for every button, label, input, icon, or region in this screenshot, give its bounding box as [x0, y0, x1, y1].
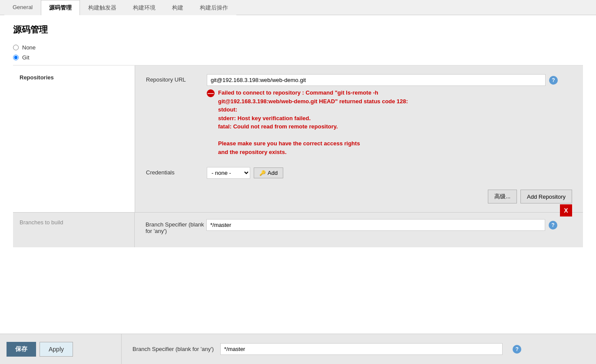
none-label: None — [22, 44, 36, 51]
tab-build[interactable]: 构建 — [164, 0, 192, 15]
bottom-bar-right: Branch Specifier (blank for 'any') ? — [122, 334, 596, 364]
advanced-button[interactable]: 高级... — [488, 190, 517, 203]
key-icon: 🔑 — [259, 170, 266, 176]
repo-url-label: Repository URL — [146, 74, 207, 83]
add-credentials-button[interactable]: 🔑 Add — [254, 167, 283, 178]
repositories-sidebar: Repositories — [13, 66, 135, 212]
repositories-sidebar-label: Repositories — [20, 74, 54, 81]
credentials-row: Credentials - none - 🔑 Add — [146, 167, 572, 179]
repo-actions: 高级... Add Repository — [146, 185, 572, 203]
add-credentials-label: Add — [268, 170, 278, 176]
credentials-label: Credentials — [146, 167, 207, 176]
bottom-bar-left: 保存 Apply — [0, 334, 122, 364]
x-button[interactable]: X — [560, 204, 572, 216]
repositories-main: Repository URL ? — Failed to connect to … — [135, 66, 583, 212]
tab-post[interactable]: 构建后操作 — [192, 0, 236, 15]
bottom-bar: 保存 Apply Branch Specifier (blank for 'an… — [0, 334, 596, 364]
branches-main: X Branch Specifier (blank for 'any') ? — [135, 213, 583, 247]
save-button[interactable]: 保存 — [7, 342, 36, 357]
tab-scm[interactable]: 源码管理 — [41, 0, 80, 15]
branch-specifier-help-icon[interactable]: ? — [549, 221, 557, 230]
branch-specifier-control: ? — [206, 219, 572, 231]
branches-section: Branches to build X Branch Specifier (bl… — [13, 212, 583, 247]
add-repository-button[interactable]: Add Repository — [520, 190, 572, 203]
tab-env[interactable]: 构建环境 — [125, 0, 164, 15]
none-option[interactable]: None — [13, 44, 583, 51]
tab-bar: General 源码管理 构建触发器 构建环境 构建 构建后操作 — [0, 0, 596, 15]
none-radio[interactable] — [13, 45, 19, 50]
scm-radio-group: None Git — [13, 44, 583, 61]
tab-general[interactable]: General — [4, 0, 41, 15]
branch-specifier-bottom-input[interactable] — [220, 343, 503, 355]
page-title: 源码管理 — [13, 24, 583, 36]
repo-url-help-icon[interactable]: ? — [549, 76, 558, 85]
error-container: — Failed to connect to repository : Comm… — [207, 89, 572, 156]
repo-url-row: Repository URL ? — Failed to connect to … — [146, 74, 572, 161]
page-content: 源码管理 None Git Repositories Repository UR… — [0, 15, 596, 364]
branch-specifier-input[interactable] — [206, 219, 545, 231]
branch-specifier-label: Branch Specifier (blank for 'any') — [146, 219, 206, 234]
tab-triggers[interactable]: 构建触发器 — [80, 0, 125, 15]
git-option[interactable]: Git — [13, 54, 583, 61]
repo-url-input[interactable] — [207, 74, 546, 86]
error-icon: — — [207, 89, 215, 97]
branch-specifier-row: Branch Specifier (blank for 'any') ? — [146, 219, 572, 234]
git-label: Git — [22, 54, 30, 61]
branch-specifier-bottom-help-icon[interactable]: ? — [513, 345, 521, 354]
branches-sidebar-title: Branches to build — [20, 219, 128, 226]
branches-wrapper: Branches to build X Branch Specifier (bl… — [13, 212, 583, 247]
credentials-select[interactable]: - none - — [207, 167, 250, 179]
branch-specifier-bottom-label: Branch Specifier (blank for 'any') — [132, 346, 214, 352]
branches-sidebar: Branches to build — [13, 213, 135, 247]
repo-url-control: ? — Failed to connect to repository : Co… — [207, 74, 572, 161]
apply-button[interactable]: Apply — [40, 342, 73, 357]
git-radio[interactable] — [13, 55, 19, 60]
credentials-control: - none - 🔑 Add — [207, 167, 572, 179]
repositories-section: Repositories Repository URL ? — Failed t… — [13, 65, 583, 212]
error-text: Failed to connect to repository : Comman… — [218, 89, 408, 156]
